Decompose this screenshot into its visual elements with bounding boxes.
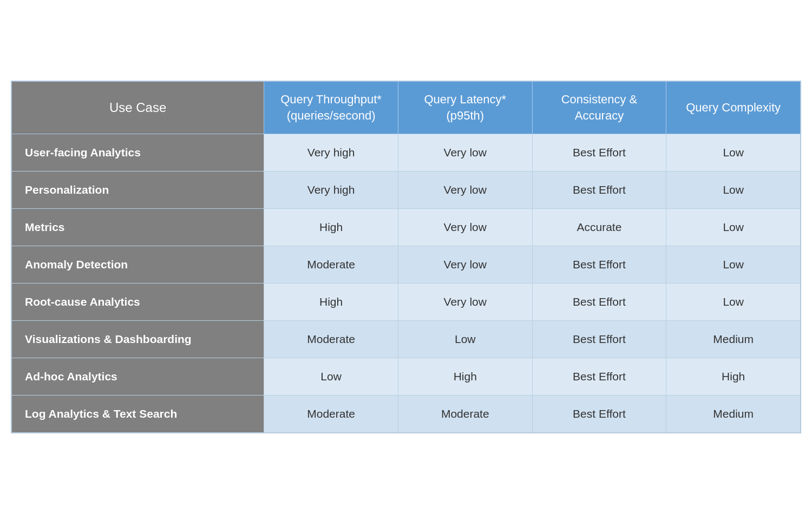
latency-cell: Very low: [398, 134, 532, 171]
table-row: Visualizations & DashboardingModerateLow…: [12, 320, 801, 358]
table-row: MetricsHighVery lowAccurateLow: [12, 208, 801, 246]
throughput-cell: Moderate: [264, 395, 398, 432]
complexity-cell: Low: [666, 283, 801, 320]
latency-cell: Low: [398, 320, 532, 358]
table-row: Log Analytics & Text SearchModerateModer…: [12, 395, 801, 432]
consistency-cell: Best Effort: [532, 283, 666, 320]
use-case-cell: User-facing Analytics: [12, 134, 264, 171]
latency-column-header: Query Latency* (p95th): [398, 82, 532, 134]
consistency-cell: Best Effort: [532, 134, 666, 171]
complexity-cell: Low: [666, 134, 801, 171]
latency-cell: Very low: [398, 283, 532, 320]
throughput-cell: High: [264, 283, 398, 320]
latency-cell: High: [398, 358, 532, 395]
use-case-cell: Root-cause Analytics: [12, 283, 264, 320]
use-case-cell: Ad-hoc Analytics: [12, 358, 264, 395]
consistency-cell: Best Effort: [532, 320, 666, 358]
throughput-cell: Moderate: [264, 320, 398, 358]
complexity-column-header: Query Complexity: [666, 82, 801, 134]
throughput-cell: Low: [264, 358, 398, 395]
use-case-cell: Anomaly Detection: [12, 246, 264, 283]
use-case-cell: Metrics: [12, 208, 264, 246]
table-row: PersonalizationVery highVery lowBest Eff…: [12, 171, 801, 208]
complexity-cell: Medium: [666, 395, 801, 432]
table-row: Anomaly DetectionModerateVery lowBest Ef…: [12, 246, 801, 283]
complexity-cell: Low: [666, 208, 801, 246]
complexity-cell: Low: [666, 246, 801, 283]
throughput-cell: Very high: [264, 134, 398, 171]
consistency-cell: Best Effort: [532, 395, 666, 432]
complexity-cell: Medium: [666, 320, 801, 358]
complexity-cell: High: [666, 358, 801, 395]
complexity-cell: Low: [666, 171, 801, 208]
comparison-table: Use Case Query Throughput* (queries/seco…: [11, 81, 801, 433]
table-row: User-facing AnalyticsVery highVery lowBe…: [12, 134, 801, 171]
throughput-cell: High: [264, 208, 398, 246]
consistency-cell: Best Effort: [532, 246, 666, 283]
use-case-cell: Visualizations & Dashboarding: [12, 320, 264, 358]
latency-cell: Very low: [398, 246, 532, 283]
use-case-column-header: Use Case: [12, 82, 264, 134]
throughput-cell: Very high: [264, 171, 398, 208]
latency-cell: Moderate: [398, 395, 532, 432]
consistency-cell: Best Effort: [532, 358, 666, 395]
consistency-column-header: Consistency & Accuracy: [532, 82, 666, 134]
use-case-cell: Log Analytics & Text Search: [12, 395, 264, 432]
use-case-cell: Personalization: [12, 171, 264, 208]
latency-cell: Very low: [398, 208, 532, 246]
throughput-cell: Moderate: [264, 246, 398, 283]
table-row: Ad-hoc AnalyticsLowHighBest EffortHigh: [12, 358, 801, 395]
table-row: Root-cause AnalyticsHighVery lowBest Eff…: [12, 283, 801, 320]
consistency-cell: Accurate: [532, 208, 666, 246]
consistency-cell: Best Effort: [532, 171, 666, 208]
throughput-column-header: Query Throughput* (queries/second): [264, 82, 398, 134]
latency-cell: Very low: [398, 171, 532, 208]
